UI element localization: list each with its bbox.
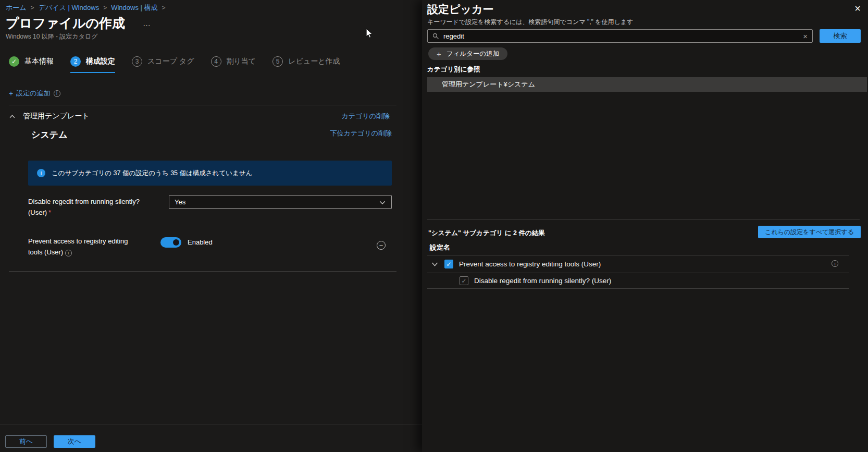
category-path: 管理用テンプレート¥システム xyxy=(442,80,535,89)
subcategory-name: システム xyxy=(31,129,68,141)
setting-checkbox[interactable] xyxy=(444,260,453,268)
remove-setting-button[interactable] xyxy=(377,241,386,250)
divider xyxy=(427,219,860,219)
add-filter-label: フィルターの追加 xyxy=(447,50,499,58)
search-button[interactable]: 検索 xyxy=(820,29,861,43)
browse-by-category-label: カテゴリ別に参照 xyxy=(427,65,480,74)
step-number-icon: 3 xyxy=(132,56,142,67)
select-all-settings-button[interactable]: これらの設定をすべて選択する xyxy=(758,226,861,238)
check-circle-icon xyxy=(9,56,19,67)
info-icon xyxy=(37,169,45,177)
page-title: プロファイルの作成 xyxy=(6,15,125,32)
category-collapse-toggle[interactable]: 管理用テンプレート xyxy=(9,112,90,121)
setting-label: Disable regedit from running silently? (… xyxy=(474,277,611,285)
step-number-icon: 4 xyxy=(211,56,221,67)
previous-button[interactable]: 前へ xyxy=(5,435,47,448)
info-banner: このサブカテゴリの 37 個の設定のうち 35 個は構成されていません xyxy=(28,161,392,186)
toggle-field-label: Prevent access to registry editing tools… xyxy=(28,236,164,258)
chevron-down-icon[interactable] xyxy=(431,260,439,268)
breadcrumb-separator: > xyxy=(162,4,166,11)
divider xyxy=(427,288,849,289)
page-subtitle: Windows 10 以降 - 設定カタログ xyxy=(6,32,97,41)
breadcrumb: ホーム>デバイス | Windows>Windows | 構成> xyxy=(6,3,170,13)
add-filter-button[interactable]: フィルターの追加 xyxy=(428,47,507,60)
search-value: regedit xyxy=(443,32,799,40)
footer-divider xyxy=(0,424,422,424)
category-name: 管理用テンプレート xyxy=(23,112,90,121)
more-menu-button[interactable]: … xyxy=(141,18,154,29)
next-button[interactable]: 次へ xyxy=(54,435,95,448)
chevron-up-icon xyxy=(9,113,16,120)
wizard-step-configuration[interactable]: 2 構成設定 xyxy=(70,56,115,73)
add-settings-label: 設定の追加 xyxy=(16,89,50,98)
info-icon xyxy=(65,250,72,256)
setting-name-column-header: 設定名 xyxy=(430,243,450,252)
picker-title: 設定ピッカー xyxy=(427,2,493,17)
wizard-steps: 基本情報 2 構成設定 3 スコープ タグ 4 割り当て 5 レビューと作成 xyxy=(9,56,340,73)
toggle-state-label: Enabled xyxy=(188,238,213,246)
regedit-silent-dropdown[interactable]: Yes xyxy=(169,196,392,209)
step-number-icon: 5 xyxy=(272,56,283,67)
info-banner-text: このサブカテゴリの 37 個の設定のうち 35 個は構成されていません xyxy=(52,169,252,178)
info-icon xyxy=(54,90,60,97)
step-number-icon: 2 xyxy=(70,56,81,67)
wizard-step-label: スコープ タグ xyxy=(147,57,194,66)
remove-category-link[interactable]: カテゴリの削除 xyxy=(341,112,390,121)
required-asterisk: * xyxy=(48,209,51,216)
settings-search-input[interactable]: regedit × xyxy=(427,29,813,43)
divider xyxy=(9,105,396,105)
info-icon[interactable] xyxy=(832,260,838,267)
breadcrumb-devices-windows[interactable]: デバイス | Windows xyxy=(39,4,100,11)
add-settings-link[interactable]: 設定の追加 xyxy=(9,89,60,98)
toggle-knob xyxy=(173,239,179,246)
plus-icon xyxy=(437,50,441,58)
close-icon[interactable]: × xyxy=(854,3,861,14)
table-row[interactable]: Disable regedit from running silently? (… xyxy=(427,273,849,288)
wizard-step-label: 割り当て xyxy=(227,57,256,66)
wizard-step-scope-tags[interactable]: 3 スコープ タグ xyxy=(132,56,194,72)
prevent-registry-toggle[interactable] xyxy=(160,237,181,248)
wizard-step-review[interactable]: 5 レビューと作成 xyxy=(272,56,340,72)
settings-picker-panel: × 設定ピッカー キーワードで設定を検索するには、検索語句間でコンマ "," を… xyxy=(422,0,868,452)
breadcrumb-separator: > xyxy=(103,4,107,11)
search-icon xyxy=(432,33,439,40)
category-path-row[interactable]: 管理用テンプレート¥システム xyxy=(427,77,867,92)
dropdown-value: Yes xyxy=(175,198,185,206)
dropdown-field-label: Disable regedit from running silently? (… xyxy=(28,196,164,218)
wizard-step-label: 構成設定 xyxy=(86,57,115,66)
breadcrumb-windows-configuration[interactable]: Windows | 構成 xyxy=(111,4,157,11)
clear-search-icon[interactable]: × xyxy=(803,32,808,41)
wizard-step-assignments[interactable]: 4 割り当て xyxy=(211,56,256,72)
wizard-step-label: 基本情報 xyxy=(24,57,54,66)
picker-subtitle: キーワードで設定を検索するには、検索語句間でコンマ "," を使用します xyxy=(427,18,633,27)
chevron-down-icon xyxy=(379,199,386,206)
setting-label: Prevent access to registry editing tools… xyxy=(459,260,601,268)
remove-subcategory-link[interactable]: 下位カテゴリの削除 xyxy=(330,129,392,138)
setting-checkbox[interactable] xyxy=(460,276,468,285)
breadcrumb-separator: > xyxy=(31,4,34,11)
mouse-cursor xyxy=(365,28,374,39)
wizard-step-basics[interactable]: 基本情報 xyxy=(9,56,54,72)
wizard-step-label: レビューと作成 xyxy=(288,57,340,66)
results-summary: "システム" サブカテゴリ に 2 件の結果 xyxy=(428,229,545,238)
table-row[interactable]: Prevent access to registry editing tools… xyxy=(427,255,849,273)
breadcrumb-home[interactable]: ホーム xyxy=(6,4,27,11)
plus-icon xyxy=(9,89,13,97)
divider xyxy=(9,271,396,272)
